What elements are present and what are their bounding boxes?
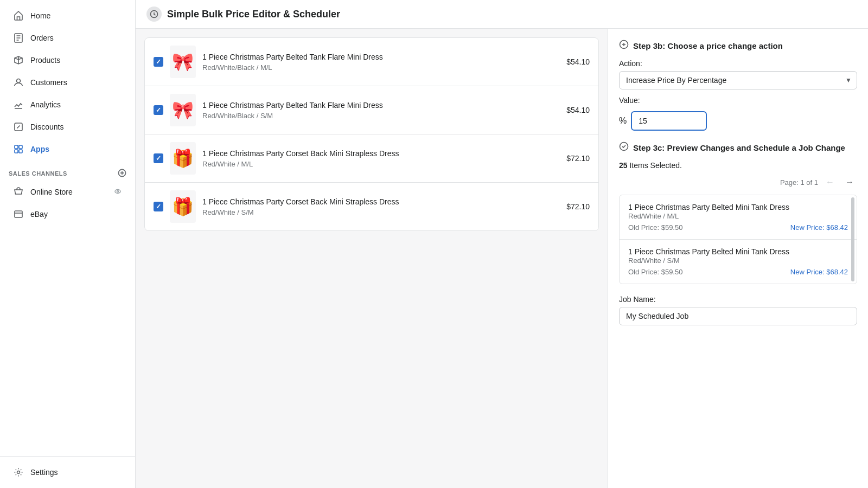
job-name-input[interactable]	[619, 307, 857, 325]
sidebar-item-ebay[interactable]: eBay	[4, 203, 131, 225]
page-info: Page: 1 of 1	[780, 178, 818, 187]
home-icon	[13, 10, 24, 21]
product-checkbox-2[interactable]	[154, 105, 163, 115]
step3c-section: Step 3c: Preview Changes and Schedule a …	[619, 142, 857, 284]
percent-symbol: %	[619, 116, 627, 126]
product-price-4: $72.10	[566, 202, 590, 211]
step3c-header: Step 3c: Preview Changes and Schedule a …	[619, 142, 857, 153]
sidebar-item-online-store-label: Online Store	[30, 188, 73, 196]
product-name-2: 1 Piece Christmas Party Belted Tank Flar…	[202, 101, 560, 110]
sidebar: Home Orders Products	[0, 0, 136, 488]
app-title: Simple Bulk Price Editor & Scheduler	[167, 9, 340, 20]
items-count: 25	[619, 161, 628, 170]
sidebar-item-home-label: Home	[30, 11, 50, 20]
job-name-label: Job Name:	[619, 295, 857, 304]
main-header: Simple Bulk Price Editor & Scheduler	[136, 0, 868, 29]
sidebar-item-analytics[interactable]: Analytics	[4, 94, 131, 115]
preview-item-1: 1 Piece Christmas Party Belted Mini Tank…	[620, 195, 857, 240]
product-price-2: $54.10	[566, 106, 590, 114]
add-sales-channel-icon[interactable]	[118, 169, 126, 178]
preview-box: 1 Piece Christmas Party Belted Mini Tank…	[619, 195, 857, 284]
prev-page-button[interactable]: ←	[822, 176, 838, 188]
main-body: 🎀 1 Piece Christmas Party Belted Tank Fl…	[136, 29, 868, 488]
product-image-3: 🎁	[170, 142, 196, 175]
scrollbar[interactable]	[851, 197, 854, 281]
product-variant-2: Red/White/Black / S/M	[202, 112, 560, 120]
sidebar-footer: Settings	[0, 456, 135, 488]
value-label: Value:	[619, 96, 640, 105]
job-name-section: Job Name:	[619, 295, 857, 325]
svg-point-8	[115, 189, 120, 193]
old-price-1: Old Price: $59.50	[628, 223, 682, 232]
product-variant-4: Red/White / S/M	[202, 208, 560, 216]
discounts-icon	[13, 121, 24, 132]
new-price-2: New Price: $68.42	[790, 268, 848, 276]
product-item: 🎁 1 Piece Christmas Party Corset Back Mi…	[145, 183, 598, 230]
action-select[interactable]: Increase Price By Percentage Decrease Pr…	[619, 71, 857, 89]
main: Simple Bulk Price Editor & Scheduler 🎀 1…	[136, 0, 868, 488]
sidebar-item-discounts-label: Discounts	[30, 123, 63, 131]
step3b-title: Step 3b: Choose a price change action	[633, 41, 783, 50]
product-name-1: 1 Piece Christmas Party Belted Tank Flar…	[202, 53, 560, 61]
sidebar-item-customers-label: Customers	[30, 78, 67, 87]
preview-price-row-2: Old Price: $59.50 New Price: $68.42	[628, 268, 848, 276]
action-label: Action:	[619, 59, 857, 68]
orders-icon	[13, 33, 24, 43]
settings-label: Settings	[30, 468, 58, 477]
sidebar-item-online-store[interactable]: Online Store	[4, 181, 131, 203]
product-info-2: 1 Piece Christmas Party Belted Tank Flar…	[202, 101, 560, 120]
value-input[interactable]	[631, 111, 707, 131]
product-panel: 🎀 1 Piece Christmas Party Belted Tank Fl…	[136, 29, 608, 488]
svg-point-9	[117, 190, 119, 192]
app-icon	[146, 7, 162, 22]
product-info-1: 1 Piece Christmas Party Belted Tank Flar…	[202, 53, 560, 72]
svg-rect-6	[19, 150, 22, 153]
apps-icon	[13, 144, 24, 155]
step3b-section: Step 3b: Choose a price change action Ac…	[619, 40, 857, 131]
product-variant-1: Red/White/Black / M/L	[202, 63, 560, 72]
svg-rect-10	[15, 211, 22, 217]
product-image-2: 🎀	[170, 94, 196, 126]
settings-icon	[13, 467, 24, 478]
product-image-1: 🎀	[170, 46, 196, 78]
sidebar-item-discounts[interactable]: Discounts	[4, 116, 131, 138]
sidebar-item-home[interactable]: Home	[4, 5, 131, 27]
sidebar-item-orders-label: Orders	[30, 34, 54, 42]
product-price-1: $54.10	[566, 57, 590, 66]
preview-price-row-1: Old Price: $59.50 New Price: $68.42	[628, 223, 848, 232]
sidebar-item-settings[interactable]: Settings	[4, 461, 131, 483]
items-selected: 25 Items Selected.	[619, 161, 857, 170]
sidebar-item-customers[interactable]: Customers	[4, 72, 131, 93]
product-checkbox-4[interactable]	[154, 202, 163, 211]
sidebar-item-apps-label: Apps	[30, 145, 49, 153]
sidebar-item-products[interactable]: Products	[4, 49, 131, 71]
sidebar-item-apps[interactable]: Apps	[4, 138, 131, 160]
step3b-header: Step 3b: Choose a price change action	[619, 40, 857, 52]
product-image-4: 🎁	[170, 190, 196, 223]
sidebar-nav: Home Orders Products	[0, 0, 135, 456]
svg-rect-5	[15, 150, 18, 153]
svg-rect-3	[15, 145, 18, 149]
value-row: Value:	[619, 96, 857, 108]
product-checkbox-3[interactable]	[154, 153, 163, 163]
step3b-icon	[619, 40, 629, 52]
new-price-1: New Price: $68.42	[790, 223, 848, 232]
pagination: Page: 1 of 1 ← →	[619, 176, 857, 188]
sidebar-item-orders[interactable]: Orders	[4, 27, 131, 49]
preview-item-2: 1 Piece Christmas Party Belted Mini Tank…	[620, 240, 857, 284]
product-checkbox-1[interactable]	[154, 57, 163, 67]
next-page-button[interactable]: →	[842, 176, 857, 188]
products-icon	[13, 55, 24, 66]
analytics-icon	[13, 99, 24, 110]
step3c-title: Step 3c: Preview Changes and Schedule a …	[633, 143, 845, 152]
customers-icon	[13, 77, 24, 88]
sales-channels-header: SALES CHANNELS	[0, 164, 135, 181]
product-item: 🎁 1 Piece Christmas Party Corset Back Mi…	[145, 134, 598, 183]
product-item: 🎀 1 Piece Christmas Party Belted Tank Fl…	[145, 38, 598, 86]
product-list: 🎀 1 Piece Christmas Party Belted Tank Fl…	[144, 37, 599, 231]
product-item: 🎀 1 Piece Christmas Party Belted Tank Fl…	[145, 86, 598, 134]
preview-item-name-1: 1 Piece Christmas Party Belted Mini Tank…	[628, 203, 848, 220]
svg-rect-4	[19, 145, 22, 149]
svg-point-11	[17, 471, 20, 474]
preview-item-name-2: 1 Piece Christmas Party Belted Mini Tank…	[628, 247, 848, 265]
